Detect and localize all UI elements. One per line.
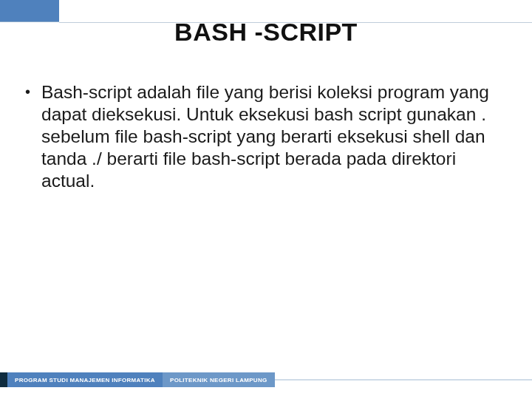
footer-line <box>275 379 532 381</box>
bullet-text: Bash-script adalah file yang berisi kole… <box>41 81 502 191</box>
slide-body: • Bash-script adalah file yang berisi ko… <box>25 81 502 191</box>
footer-program: PROGRAM STUDI MANAJEMEN INFORMATIKA <box>7 372 163 387</box>
list-item: • Bash-script adalah file yang berisi ko… <box>25 81 502 191</box>
footer: PROGRAM STUDI MANAJEMEN INFORMATIKA POLI… <box>0 372 532 387</box>
bullet-icon: • <box>25 81 41 100</box>
footer-institution: POLITEKNIK NEGERI LAMPUNG <box>163 372 275 387</box>
footer-accent <box>0 372 7 387</box>
slide: BASH -SCRIPT • Bash-script adalah file y… <box>0 0 532 399</box>
slide-title: BASH -SCRIPT <box>0 18 532 47</box>
